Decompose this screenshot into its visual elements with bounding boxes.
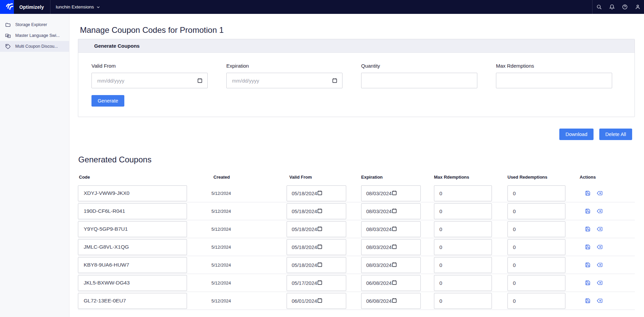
valid-from-date-input[interactable]: 05/18/2024: [287, 257, 346, 273]
row-actions: [580, 208, 635, 214]
sidebar-item-storage-explorer[interactable]: Storage Explorer: [0, 19, 69, 30]
expiration-date-input[interactable]: 08/03/2024: [361, 203, 421, 219]
calendar-picker-button[interactable]: [317, 190, 323, 197]
expiration-date-input[interactable]: 08/03/2024: [361, 257, 421, 273]
column-header-actions: Actions: [580, 175, 635, 180]
save-row-button[interactable]: [585, 244, 590, 250]
calendar-icon: [392, 262, 397, 267]
sidebar-item-label: Multi Coupon Discou...: [15, 44, 58, 49]
max-redemptions-input[interactable]: [496, 73, 612, 88]
delete-row-button[interactable]: [597, 280, 602, 286]
coupon-code-input[interactable]: KBY8-9UA6-HUW7: [78, 257, 187, 273]
coupon-code-input[interactable]: JKL5-BXWW-DG43: [78, 275, 187, 291]
delete-row-button[interactable]: [597, 226, 602, 232]
optimizely-logo[interactable]: [0, 0, 14, 14]
valid-from-value: 05/18/2024: [292, 208, 317, 214]
calendar-picker-button[interactable]: [317, 298, 323, 304]
calendar-picker-button[interactable]: [392, 244, 397, 250]
row-actions: [580, 226, 635, 232]
calendar-picker-button[interactable]: [392, 262, 397, 268]
calendar-picker-button[interactable]: [392, 226, 397, 232]
expiration-date-input[interactable]: mm/dd/yyyy: [226, 73, 342, 88]
generate-button[interactable]: Generate: [91, 95, 124, 107]
coupon-code-input[interactable]: GL72-13EE-0EU7: [78, 293, 187, 309]
expiration-date-input[interactable]: 08/03/2024: [361, 239, 421, 255]
search-button[interactable]: [593, 0, 605, 14]
valid-from-date-input[interactable]: 05/18/2024: [287, 203, 346, 219]
help-button[interactable]: [618, 0, 631, 14]
coupon-code-input[interactable]: JMLC-G8VL-X1QG: [78, 239, 187, 255]
calendar-picker-button[interactable]: [317, 244, 323, 250]
used-redemptions-input[interactable]: 0: [507, 293, 565, 309]
used-redemptions-input[interactable]: 0: [507, 239, 565, 255]
save-row-button[interactable]: [585, 208, 590, 214]
calendar-picker-button[interactable]: [392, 190, 397, 197]
coupon-code-input[interactable]: 190D-CF6L-R041: [78, 203, 187, 219]
backspace-delete-icon: [597, 244, 602, 250]
valid-from-date-input[interactable]: 05/18/2024: [287, 239, 346, 255]
backspace-delete-icon: [597, 226, 602, 232]
calendar-picker-button[interactable]: [317, 226, 323, 232]
valid-from-date-input[interactable]: 06/01/2024: [287, 293, 346, 309]
calendar-picker-button[interactable]: [392, 280, 397, 286]
max-redemptions-input[interactable]: 0: [434, 221, 492, 237]
delete-row-button[interactable]: [597, 262, 602, 268]
created-date: 5/12/2024: [187, 227, 287, 232]
save-row-button[interactable]: [585, 262, 590, 268]
max-redemptions-input[interactable]: 0: [434, 257, 492, 273]
delete-row-button[interactable]: [597, 190, 602, 196]
max-redemptions-input[interactable]: 0: [434, 203, 492, 219]
notifications-button[interactable]: [605, 0, 618, 14]
calendar-picker-button[interactable]: [392, 208, 397, 214]
account-button[interactable]: [631, 0, 644, 14]
valid-from-date-input[interactable]: 05/18/2024: [287, 185, 346, 201]
folder-icon: [5, 22, 11, 28]
valid-from-date-input[interactable]: 05/17/2024: [287, 275, 346, 291]
used-redemptions-input[interactable]: 0: [507, 203, 565, 219]
save-icon: [585, 190, 590, 196]
expiration-label: Expiration: [226, 63, 342, 69]
max-redemptions-value: 0: [439, 280, 442, 286]
generate-coupons-panel-title: Generate Coupons: [78, 39, 635, 53]
expiration-date-input[interactable]: 06/08/2024: [361, 293, 421, 309]
expiration-date-input[interactable]: 08/03/2024: [361, 185, 421, 201]
max-redemptions-input[interactable]: 0: [434, 239, 492, 255]
delete-row-button[interactable]: [597, 298, 602, 303]
used-redemptions-input[interactable]: 0: [507, 185, 565, 201]
calendar-picker-button[interactable]: [317, 208, 323, 214]
sidebar-item-multi-coupon-discount[interactable]: Multi Coupon Discou...: [0, 41, 69, 52]
valid-from-date-input[interactable]: 05/18/2024: [287, 221, 346, 237]
calendar-picker-button[interactable]: [392, 298, 397, 304]
download-button[interactable]: Download: [559, 129, 594, 140]
max-redemptions-input[interactable]: 0: [434, 293, 492, 309]
save-row-button[interactable]: [585, 298, 590, 303]
valid-from-placeholder: mm/dd/yyyy: [97, 78, 124, 84]
delete-row-button[interactable]: [597, 244, 602, 250]
used-redemptions-input[interactable]: 0: [507, 221, 565, 237]
used-redemptions-input[interactable]: 0: [507, 257, 565, 273]
delete-row-button[interactable]: [597, 208, 602, 214]
workspace-switcher[interactable]: lunchin Extensions: [50, 4, 106, 9]
calendar-picker-button[interactable]: [317, 280, 323, 286]
calendar-picker-button[interactable]: [332, 78, 337, 83]
expiration-date-input[interactable]: 06/08/2024: [361, 275, 421, 291]
coupon-code-input[interactable]: XDYJ-VWW9-JKX0: [78, 185, 187, 201]
table-row: KBY8-9UA6-HUW7 5/12/2024 05/18/2024 08/0…: [78, 256, 635, 274]
max-redemptions-input[interactable]: 0: [434, 275, 492, 291]
save-row-button[interactable]: [585, 226, 590, 232]
calendar-picker-button[interactable]: [197, 78, 203, 83]
calendar-picker-button[interactable]: [317, 262, 323, 268]
delete-all-button[interactable]: Delete All: [599, 129, 632, 140]
save-row-button[interactable]: [585, 190, 590, 196]
valid-from-date-input[interactable]: mm/dd/yyyy: [91, 73, 208, 88]
coupon-code-value: 190D-CF6L-R041: [84, 208, 125, 214]
coupon-code-input[interactable]: Y9YQ-5GP9-B7U1: [78, 221, 187, 237]
coupons-table-body: XDYJ-VWW9-JKX0 5/12/2024 05/18/2024 08/0…: [78, 184, 635, 310]
calendar-icon: [392, 208, 397, 213]
quantity-input[interactable]: [361, 73, 477, 88]
expiration-date-input[interactable]: 08/03/2024: [361, 221, 421, 237]
save-row-button[interactable]: [585, 280, 590, 286]
used-redemptions-input[interactable]: 0: [507, 275, 565, 291]
max-redemptions-input[interactable]: 0: [434, 185, 492, 201]
sidebar-item-master-language-switcher[interactable]: A z Master Language Swi...: [0, 30, 69, 41]
